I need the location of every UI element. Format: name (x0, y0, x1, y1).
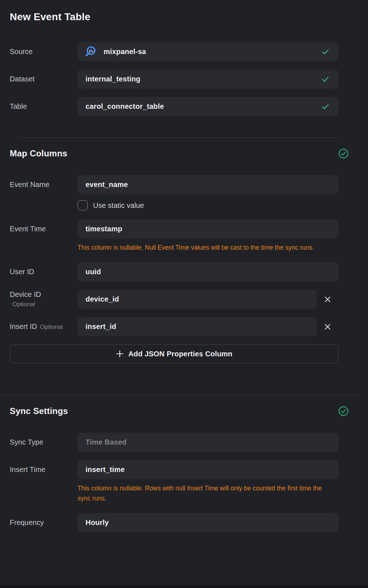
insert-time-label: Insert Time (10, 466, 78, 474)
device-id-row: Device ID Optional device_id (10, 290, 338, 309)
user-id-label: User ID (10, 268, 78, 276)
dataset-row: Dataset internal_testing (10, 70, 338, 89)
event-time-value: timestamp (86, 225, 122, 233)
event-time-nullable-warning: This column is nullable. Null Event Time… (78, 242, 334, 253)
map-columns-header: Map Columns (10, 148, 349, 159)
section-divider (0, 395, 358, 395)
user-id-row: User ID uuid (10, 262, 338, 281)
user-id-value: uuid (86, 268, 101, 276)
event-time-select[interactable]: timestamp (78, 219, 338, 239)
device-id-label: Device ID (10, 290, 41, 298)
device-id-value: device_id (86, 295, 119, 303)
device-id-remove-button[interactable] (317, 290, 338, 309)
use-static-value-row: Use static value (78, 200, 338, 210)
insert-id-optional-tag: Optional (40, 324, 63, 330)
insert-id-row: Insert IDOptional insert_id (10, 317, 338, 336)
new-event-table-panel: New Event Table Source mixpanel (0, 0, 368, 588)
footer-edge (0, 585, 368, 588)
frequency-row: Frequency Hourly (10, 513, 338, 532)
dataset-label: Dataset (10, 75, 78, 83)
table-row: Table carol_connector_table (10, 97, 338, 116)
insert-time-nullable-warning: This column is nullable. Rows with null … (78, 483, 334, 503)
event-name-row: Event Name event_name (10, 175, 338, 194)
source-value: mixpanel-sa (104, 48, 146, 56)
device-id-optional-tag: Optional (12, 301, 78, 308)
connection-section: Source mixpanel-sa (10, 42, 349, 116)
sync-settings-title: Sync Settings (10, 406, 68, 416)
source-select[interactable]: mixpanel-sa (78, 42, 338, 61)
device-id-label-block: Device ID Optional (10, 290, 78, 308)
sync-type-row: Sync Type Time Based (10, 433, 338, 452)
device-id-select[interactable]: device_id (78, 290, 317, 309)
source-row: Source mixpanel-sa (10, 42, 338, 61)
insert-id-select[interactable]: insert_id (78, 317, 317, 336)
use-static-value-checkbox[interactable] (78, 200, 88, 210)
source-label: Source (10, 48, 78, 56)
add-json-properties-column-button[interactable]: Add JSON Properties Column (10, 344, 338, 363)
event-time-row: Event Time timestamp (10, 219, 338, 239)
insert-time-value: insert_time (86, 466, 125, 474)
source-valid-check-icon (321, 48, 330, 56)
x-icon (324, 323, 332, 331)
insert-id-value: insert_id (86, 322, 116, 331)
table-value: carol_connector_table (86, 102, 164, 111)
table-label: Table (10, 102, 78, 111)
sync-settings-header: Sync Settings (10, 406, 349, 416)
use-static-value-label[interactable]: Use static value (93, 201, 144, 210)
x-icon (324, 295, 332, 303)
sync-type-value: Time Based (86, 438, 127, 446)
dataset-valid-check-icon (321, 75, 330, 84)
map-columns-complete-circle-check-icon (338, 148, 349, 159)
frequency-label: Frequency (10, 518, 78, 527)
insert-time-row: Insert Time insert_time (10, 460, 338, 479)
page-title: New Event Table (10, 0, 349, 23)
frequency-select[interactable]: Hourly (78, 513, 338, 532)
table-valid-check-icon (321, 102, 330, 111)
add-json-properties-column-label: Add JSON Properties Column (128, 350, 233, 358)
plus-icon (116, 350, 124, 358)
frequency-value: Hourly (86, 518, 109, 527)
map-columns-title: Map Columns (10, 148, 67, 159)
event-name-select[interactable]: event_name (78, 175, 338, 194)
bigquery-icon (85, 45, 98, 59)
insert-time-select[interactable]: insert_time (78, 460, 338, 479)
insert-id-label: Insert ID (10, 322, 37, 330)
event-name-label: Event Name (10, 181, 78, 189)
event-time-label: Event Time (10, 225, 78, 233)
table-select[interactable]: carol_connector_table (78, 97, 338, 116)
sync-settings-complete-circle-check-icon (338, 406, 349, 416)
event-name-value: event_name (86, 181, 128, 189)
dataset-select[interactable]: internal_testing (78, 70, 338, 89)
sync-type-label: Sync Type (10, 438, 78, 446)
insert-id-label-block: Insert IDOptional (10, 322, 78, 331)
dataset-value: internal_testing (86, 75, 140, 83)
sync-type-select: Time Based (78, 433, 338, 452)
section-divider (19, 137, 339, 138)
insert-id-remove-button[interactable] (317, 317, 338, 336)
user-id-select[interactable]: uuid (78, 262, 338, 281)
